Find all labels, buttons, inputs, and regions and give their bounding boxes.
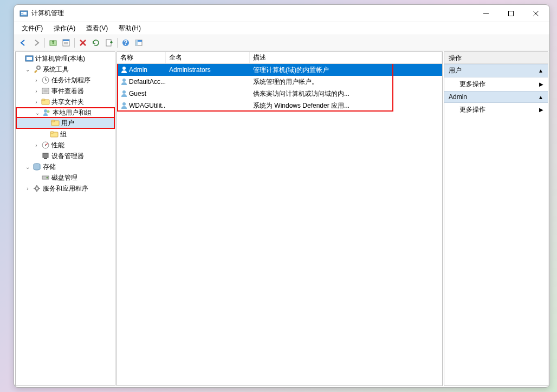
svg-rect-19 [135, 40, 138, 45]
column-name[interactable]: 名称 [117, 52, 166, 63]
help-button[interactable]: ? [120, 37, 132, 49]
toolbar: ? [14, 35, 549, 50]
tree-root[interactable]: 计算机管理(本地) [16, 53, 115, 64]
tree-disk-management[interactable]: 磁盘管理 [16, 172, 115, 183]
cell-name: Admin [117, 66, 166, 74]
tree-label: 性能 [51, 141, 64, 150]
menu-view[interactable]: 查看(V) [81, 23, 113, 34]
user-icon [120, 78, 128, 86]
expander-icon[interactable]: ⌄ [24, 164, 31, 170]
svg-rect-36 [51, 120, 55, 122]
svg-rect-32 [42, 99, 45, 101]
more-actions-admin[interactable]: 更多操作 ▶ [444, 103, 548, 116]
column-fullname[interactable]: 全名 [166, 52, 250, 63]
folder-icon [51, 119, 60, 127]
actions-section-admin[interactable]: Admin ▲ [444, 91, 548, 103]
expander-icon[interactable]: › [33, 99, 40, 105]
svg-point-48 [122, 67, 126, 70]
svg-rect-3 [23, 12, 27, 15]
tree-local-users-groups[interactable]: ⌄ 本地用户和组 [16, 107, 115, 118]
svg-point-47 [35, 187, 38, 190]
refresh-button[interactable] [90, 37, 102, 49]
minimize-button[interactable] [474, 5, 498, 22]
user-row[interactable]: AdminAdministrators管理计算机(域)的内置帐户 [117, 64, 442, 76]
show-hide-button[interactable] [133, 37, 145, 49]
action-label: 更多操作 [459, 105, 485, 114]
tree-device-manager[interactable]: 设备管理器 [16, 151, 115, 161]
list-body: AdminAdministrators管理计算机(域)的内置帐户DefaultA… [117, 64, 442, 112]
tree-storage[interactable]: ⌄ 存储 [16, 161, 115, 172]
titlebar: 计算机管理 [14, 5, 549, 22]
computer-icon [25, 54, 34, 63]
svg-rect-2 [21, 14, 23, 15]
tree-label: 事件查看器 [51, 87, 84, 96]
tree-services-apps[interactable]: › 服务和应用程序 [16, 183, 115, 194]
user-row[interactable]: DefaultAcc...系统管理的用户帐户。 [117, 76, 442, 88]
tools-icon [33, 65, 41, 74]
close-button[interactable] [523, 5, 548, 22]
main-window: 计算机管理 文件(F) 操作(A) 查看(V) 帮助(H) ? 计算机 [14, 4, 550, 388]
user-row[interactable]: WDAGUtilit...系统为 Windows Defender 应用... [117, 100, 442, 112]
maximize-button[interactable] [498, 5, 523, 22]
forward-button[interactable] [30, 37, 42, 49]
properties-button[interactable] [60, 37, 72, 49]
collapse-icon: ▲ [538, 68, 543, 74]
user-icon [120, 66, 128, 74]
tree-label: 设备管理器 [51, 152, 84, 161]
cell-name: DefaultAcc... [117, 78, 166, 86]
tree-label: 服务和应用程序 [43, 184, 88, 193]
expander-icon[interactable]: ⌄ [24, 67, 31, 73]
cell-fullname: Administrators [166, 66, 250, 74]
list-panel[interactable]: 名称 全名 描述 AdminAdministrators管理计算机(域)的内置帐… [116, 51, 443, 386]
svg-point-51 [122, 102, 126, 106]
svg-rect-22 [27, 57, 32, 60]
actions-section-users[interactable]: 用户 ▲ [444, 64, 548, 77]
tree-label: 系统工具 [43, 65, 69, 74]
tree-panel[interactable]: 计算机管理(本地) ⌄ 系统工具 › 任务计划程序 › 事件查看器 › 共享文件… [15, 51, 115, 386]
window-controls [474, 5, 548, 22]
tree-event-viewer[interactable]: › 事件查看器 [16, 86, 115, 96]
expander-icon[interactable]: ⌄ [34, 110, 41, 116]
section-label: Admin [449, 93, 467, 101]
action-label: 更多操作 [459, 80, 485, 89]
content-area: 计算机管理(本地) ⌄ 系统工具 › 任务计划程序 › 事件查看器 › 共享文件… [14, 50, 549, 387]
tree-label: 任务计划程序 [51, 76, 90, 85]
menu-action[interactable]: 操作(A) [48, 23, 81, 34]
svg-point-46 [47, 177, 48, 179]
cell-name: WDAGUtilit... [117, 102, 166, 109]
column-description[interactable]: 描述 [250, 52, 442, 63]
cell-description: 系统管理的用户帐户。 [250, 77, 442, 87]
svg-rect-43 [44, 158, 47, 159]
tree-system-tools[interactable]: ⌄ 系统工具 [16, 64, 115, 75]
svg-point-33 [44, 109, 47, 113]
svg-rect-1 [21, 12, 23, 13]
tree-users[interactable]: 用户 [16, 118, 115, 129]
svg-rect-38 [50, 132, 54, 133]
toolbar-separator [74, 38, 75, 48]
section-label: 用户 [449, 66, 462, 75]
tree-groups[interactable]: 组 [16, 129, 115, 140]
cell-description: 管理计算机(域)的内置帐户 [250, 66, 442, 75]
delete-button[interactable] [77, 37, 89, 49]
expander-icon[interactable]: › [24, 186, 31, 192]
menu-help[interactable]: 帮助(H) [113, 23, 146, 34]
submenu-icon: ▶ [539, 107, 543, 113]
back-button[interactable] [17, 37, 29, 49]
user-row[interactable]: Guest供来宾访问计算机或访问域的内... [117, 88, 442, 100]
expander-icon[interactable]: › [33, 88, 40, 94]
more-actions-users[interactable]: 更多操作 ▶ [444, 77, 548, 91]
up-button[interactable] [47, 37, 59, 49]
tree-performance[interactable]: › 性能 [16, 140, 115, 151]
svg-point-50 [122, 90, 126, 94]
user-icon [120, 90, 128, 97]
expander-icon[interactable]: › [33, 77, 40, 83]
export-button[interactable] [103, 37, 115, 49]
expander-icon[interactable]: › [33, 142, 40, 148]
tree-shared-folders[interactable]: › 共享文件夹 [16, 96, 115, 107]
folder-icon [41, 97, 50, 106]
storage-icon [33, 162, 41, 171]
services-icon [33, 184, 41, 193]
svg-rect-42 [43, 153, 48, 158]
tree-task-scheduler[interactable]: › 任务计划程序 [16, 75, 115, 86]
menu-file[interactable]: 文件(F) [16, 23, 48, 34]
